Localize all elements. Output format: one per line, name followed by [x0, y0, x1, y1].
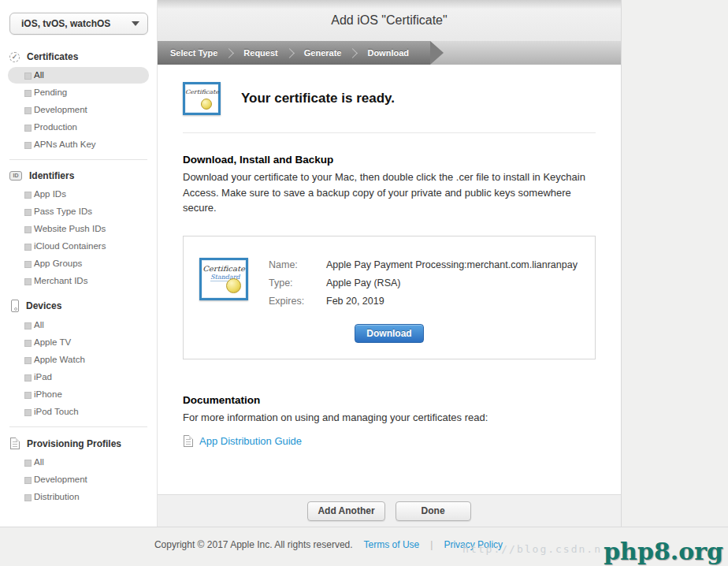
seal-check-icon: ✓ — [9, 52, 20, 62]
sidebar-header-certificates: ✓ Certificates — [0, 46, 157, 67]
page-footer: Copyright © 2017 Apple Inc. All rights r… — [0, 527, 728, 566]
documentation-heading: Documentation — [183, 394, 596, 406]
sidebar-item-label: iPad — [34, 372, 52, 382]
documentation-section: Documentation For more information on us… — [183, 394, 596, 448]
add-another-button[interactable]: Add Another — [307, 501, 384, 521]
sidebar-item-label: Pass Type IDs — [34, 207, 92, 216]
install-section: Download, Install and Backup Download yo… — [183, 154, 596, 216]
sidebar-divider — [9, 159, 147, 160]
sidebar-item-merchant-ids[interactable]: Merchant IDs — [8, 273, 149, 289]
certificate-ready-row: Certificate Your certificate is ready. — [183, 77, 596, 117]
field-label: Expires: — [269, 296, 326, 307]
sidebar-item-label: Development — [34, 105, 87, 114]
certificate-fields: Name: Apple Pay Payment Processing:merch… — [269, 259, 578, 314]
wizard-step-select-type: Select Type — [170, 48, 217, 58]
panel-footer: Add Another Done — [158, 494, 621, 527]
page-title: Add iOS "Certificate" — [331, 13, 447, 28]
sidebar-item-label: Pending — [34, 88, 67, 97]
sidebar-item-devices-all[interactable]: All — [8, 317, 149, 333]
sidebar-item-label: Merchant IDs — [34, 276, 87, 285]
document-icon — [10, 438, 20, 449]
id-badge-icon: ID — [9, 171, 22, 181]
sidebar-item-label: Website Push IDs — [34, 224, 106, 233]
sidebar-header-label: Devices — [26, 300, 61, 311]
sidebar-item-pass-type-ids[interactable]: Pass Type IDs — [8, 203, 149, 220]
sidebar-item-certificates-all[interactable]: All — [8, 67, 149, 84]
sidebar-item-certificates-development[interactable]: Development — [8, 102, 149, 118]
sidebar-item-label: All — [34, 457, 44, 467]
sidebar-item-website-push-ids[interactable]: Website Push IDs — [8, 221, 149, 237]
sidebar-item-certificates-pending[interactable]: Pending — [8, 84, 149, 101]
field-expires: Expires: Feb 20, 2019 — [269, 296, 578, 307]
platform-selector-dropdown[interactable]: iOS, tvOS, watchOS — [9, 13, 148, 35]
terms-of-use-link[interactable]: Terms of Use — [364, 539, 420, 550]
ready-heading: Your certificate is ready. — [241, 91, 395, 106]
sidebar-section-provisioning-profiles: Provisioning Profiles All Development Di… — [0, 432, 157, 505]
sidebar-header-devices: Devices — [0, 294, 157, 317]
sidebar-item-label: Apple TV — [34, 337, 71, 347]
download-button[interactable]: Download — [355, 324, 423, 343]
sidebar-item-ipod-touch[interactable]: iPod Touch — [8, 404, 149, 420]
documentation-body: For more information on using and managi… — [183, 410, 596, 426]
sidebar-item-label: Production — [34, 122, 77, 132]
sidebar-section-devices: Devices All Apple TV Apple Watch iPad iP… — [0, 294, 157, 420]
gold-seal-icon — [226, 278, 241, 293]
sidebar-item-app-ids[interactable]: App IDs — [8, 186, 149, 203]
chevron-down-icon — [132, 21, 139, 26]
sidebar-item-iphone[interactable]: iPhone — [8, 386, 149, 403]
certificate-detail-box: Certificate Standard Name: Apple Pay Pay… — [183, 236, 596, 359]
sidebar-item-label: iPod Touch — [34, 407, 79, 416]
chevron-right-icon — [284, 48, 295, 58]
sidebar-item-apple-watch[interactable]: Apple Watch — [8, 352, 149, 368]
sidebar-item-certificates-apns-auth-key[interactable]: APNs Auth Key — [8, 136, 149, 153]
app-distribution-guide-link[interactable]: App Distribution Guide — [199, 435, 302, 447]
watermark-brand-logo: php8.org — [604, 538, 723, 565]
sidebar-item-ipad[interactable]: iPad — [8, 369, 149, 385]
documentation-link-row: App Distribution Guide — [183, 435, 596, 447]
device-icon — [11, 300, 19, 312]
sidebar-header-label: Provisioning Profiles — [27, 438, 121, 449]
field-value: Apple Pay Payment Processing:merchant.co… — [326, 259, 578, 270]
sidebar-item-label: iPhone — [34, 389, 62, 399]
wizard-step-generate: Generate — [304, 48, 342, 58]
sidebar-item-profiles-all[interactable]: All — [8, 454, 149, 471]
sidebar-header-label: Identifiers — [29, 170, 74, 181]
field-value: Feb 20, 2019 — [326, 296, 384, 307]
field-type: Type: Apple Pay (RSA) — [269, 277, 578, 289]
content-area: Certificate Your certificate is ready. D… — [158, 65, 621, 447]
sidebar-item-apple-tv[interactable]: Apple TV — [8, 334, 149, 351]
sidebar-section-certificates: ✓ Certificates All Pending Development P… — [0, 46, 157, 153]
platform-selector-label: iOS, tvOS, watchOS — [21, 18, 110, 29]
certificate-standard-icon: Certificate Standard — [199, 258, 248, 300]
main-panel: Add iOS "Certificate" Select Type Reques… — [158, 0, 622, 527]
gold-seal-icon — [201, 99, 212, 110]
sidebar-item-icloud-containers[interactable]: iCloud Containers — [8, 238, 149, 255]
title-bar: Add iOS "Certificate" — [158, 0, 621, 41]
wizard-step-request: Request — [243, 48, 277, 58]
sidebar-item-label: App Groups — [34, 259, 82, 268]
chevron-right-icon — [224, 48, 234, 58]
certificate-icon-label: Certificate — [185, 88, 218, 95]
wizard-steps-track: Select Type Request Generate Download — [158, 41, 430, 65]
sidebar-item-label: Development — [34, 475, 87, 484]
sidebar-header-provisioning-profiles: Provisioning Profiles — [0, 432, 157, 454]
sidebar-header-identifiers: ID Identifiers — [0, 165, 157, 186]
sidebar-item-app-groups[interactable]: App Groups — [8, 255, 149, 272]
sidebar-item-profiles-distribution[interactable]: Distribution — [8, 489, 149, 505]
wizard-steps-bar: Select Type Request Generate Download — [158, 41, 621, 65]
sidebar: iOS, tvOS, watchOS ✓ Certificates All Pe… — [0, 0, 158, 527]
install-heading: Download, Install and Backup — [183, 154, 596, 166]
sidebar-item-label: App IDs — [34, 189, 66, 199]
sidebar-item-label: Distribution — [34, 492, 80, 501]
sidebar-item-label: Apple Watch — [34, 355, 85, 364]
sidebar-item-certificates-production[interactable]: Production — [8, 119, 149, 136]
sidebar-section-identifiers: ID Identifiers App IDs Pass Type IDs Web… — [0, 165, 157, 289]
done-button[interactable]: Done — [396, 501, 471, 521]
sidebar-header-label: Certificates — [27, 51, 78, 62]
field-label: Type: — [269, 277, 326, 289]
chevron-right-icon — [348, 48, 358, 58]
sidebar-item-label: APNs Auth Key — [34, 140, 96, 149]
sidebar-item-profiles-development[interactable]: Development — [8, 471, 149, 488]
certificate-detail-row: Certificate Standard Name: Apple Pay Pay… — [199, 258, 579, 314]
field-name: Name: Apple Pay Payment Processing:merch… — [269, 259, 578, 270]
